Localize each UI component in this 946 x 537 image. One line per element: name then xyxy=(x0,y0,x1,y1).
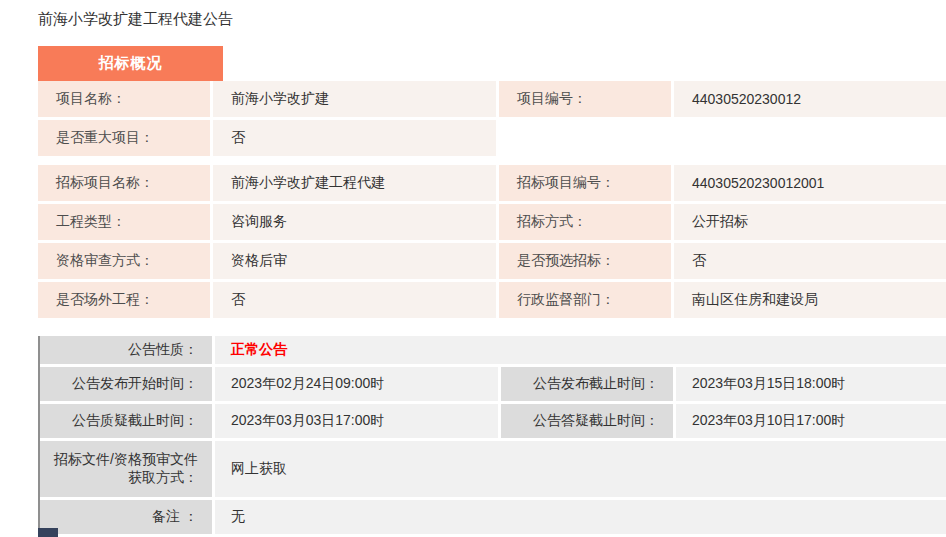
value-cell: 否 xyxy=(213,282,496,318)
value-cell: 网上获取 xyxy=(215,441,946,497)
overview-table: 项目名称： 前海小学改扩建 项目编号： 44030520230012 是否重大项… xyxy=(38,81,946,318)
announcement-status-value: 正常公告 xyxy=(215,336,946,364)
value-cell: 无 xyxy=(215,500,946,534)
table-row: 是否重大项目： 否 xyxy=(38,120,946,156)
label-cell: 备注 ： xyxy=(40,500,212,534)
table-row: 备注 ： 无 xyxy=(40,500,946,534)
table-row: 招标项目名称： 前海小学改扩建工程代建 招标项目编号： 440305202300… xyxy=(38,165,946,201)
label-cell: 公告性质： xyxy=(40,336,212,364)
value-cell: 否 xyxy=(213,120,496,156)
label-cell: 招标项目名称： xyxy=(38,165,210,201)
value-cell: 2023年02月24日09:00时 xyxy=(215,367,498,401)
label-cell: 招标方式： xyxy=(499,204,671,240)
label-cell: 公告发布开始时间： xyxy=(40,367,212,401)
value-cell: 2023年03月15日18:00时 xyxy=(676,367,946,401)
table-row: 招标文件/资格预审文件获取方式： 网上获取 xyxy=(40,441,946,497)
label-cell: 招标文件/资格预审文件获取方式： xyxy=(40,441,212,497)
value-cell: 公开招标 xyxy=(674,204,946,240)
next-section-tab-partial xyxy=(38,528,58,537)
value-cell: 前海小学改扩建工程代建 xyxy=(213,165,496,201)
label-cell: 行政监督部门： xyxy=(499,282,671,318)
value-cell: 2023年03月10日17:00时 xyxy=(676,404,946,438)
page-title: 前海小学改扩建工程代建公告 xyxy=(38,0,946,29)
table-row: 工程类型： 咨询服务 招标方式： 公开招标 xyxy=(38,204,946,240)
value-cell: 咨询服务 xyxy=(213,204,496,240)
value-cell: 44030520230012001 xyxy=(674,165,946,201)
label-cell: 项目编号： xyxy=(499,81,671,117)
value-cell: 资格后审 xyxy=(213,243,496,279)
label-cell: 是否预选招标： xyxy=(499,243,671,279)
table-row: 资格审查方式： 资格后审 是否预选招标： 否 xyxy=(38,243,946,279)
announcement-table: 公告性质： 正常公告 公告发布开始时间： 2023年02月24日09:00时 公… xyxy=(38,336,946,534)
value-cell: 否 xyxy=(674,243,946,279)
label-cell: 是否重大项目： xyxy=(38,120,210,156)
value-cell: 44030520230012 xyxy=(674,81,946,117)
label-cell: 资格审查方式： xyxy=(38,243,210,279)
table-row: 是否场外工程： 否 行政监督部门： 南山区住房和建设局 xyxy=(38,282,946,318)
table-row: 公告发布开始时间： 2023年02月24日09:00时 公告发布截止时间： 20… xyxy=(40,367,946,401)
label-cell: 公告发布截止时间： xyxy=(501,367,673,401)
label-cell: 工程类型： xyxy=(38,204,210,240)
value-cell: 2023年03月03日17:00时 xyxy=(215,404,498,438)
table-row: 项目名称： 前海小学改扩建 项目编号： 44030520230012 xyxy=(38,81,946,117)
table-row: 公告性质： 正常公告 xyxy=(40,336,946,364)
tab-tender-overview-label: 招标概况 xyxy=(99,54,163,73)
label-cell: 公告答疑截止时间： xyxy=(501,404,673,438)
label-cell: 招标项目编号： xyxy=(499,165,671,201)
table-row: 公告质疑截止时间： 2023年03月03日17:00时 公告答疑截止时间： 20… xyxy=(40,404,946,438)
empty-cell xyxy=(674,120,946,156)
label-cell: 是否场外工程： xyxy=(38,282,210,318)
label-cell: 公告质疑截止时间： xyxy=(40,404,212,438)
tab-tender-overview[interactable]: 招标概况 xyxy=(38,46,223,81)
main-content: 前海小学改扩建工程代建公告 招标概况 项目名称： 前海小学改扩建 项目编号： 4… xyxy=(38,0,946,534)
value-cell: 前海小学改扩建 xyxy=(213,81,496,117)
empty-cell xyxy=(499,120,671,156)
label-cell: 项目名称： xyxy=(38,81,210,117)
value-cell: 南山区住房和建设局 xyxy=(674,282,946,318)
